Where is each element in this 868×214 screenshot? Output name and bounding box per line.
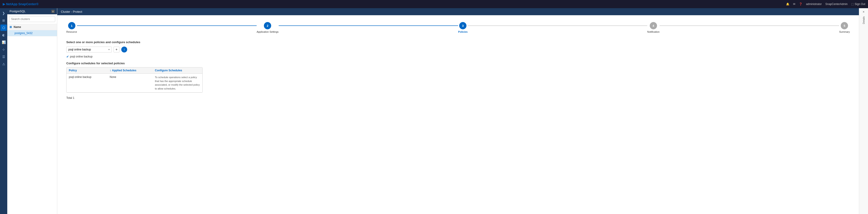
- logo-text: NetApp SnapCenter®: [6, 2, 39, 6]
- policy-select-title: Select one or more policies and configur…: [66, 40, 850, 44]
- connector-1-2: [77, 25, 257, 26]
- breadcrumb: Cluster - Protect: [57, 8, 859, 15]
- top-navigation: ▶ NetApp SnapCenter® 🔔 ✉ ❓ administrator…: [0, 0, 868, 8]
- sidebar-item-postgres[interactable]: postgres_5432: [7, 30, 57, 36]
- db-badge-button[interactable]: x: [51, 10, 55, 13]
- logo-symbol: ▶: [3, 2, 5, 6]
- wizard-step-3: 3 Policies: [458, 22, 468, 33]
- wizard-container: 1 Resource 2 Application Settings 3: [57, 15, 859, 214]
- step-label-5: Summary: [839, 30, 850, 33]
- nav-db-icon[interactable]: ⬡: [0, 25, 7, 31]
- list-header-label: Name: [13, 25, 21, 29]
- db-label: PostgreSQL: [9, 9, 26, 13]
- nav-activity-icon[interactable]: ◐: [0, 32, 7, 38]
- panel-sidebar: PostgreSQL x ⊞ Name postgres_5432: [7, 8, 57, 214]
- wizard-step-2: 2 Application Settings: [257, 22, 279, 33]
- connector-3-4: [468, 25, 647, 26]
- selected-policy-label: psql online backup: [70, 55, 92, 58]
- wizard-steps: 1 Resource 2 Application Settings 3: [66, 22, 850, 33]
- sign-out-label: Sign Out: [855, 2, 865, 6]
- step-circle-5: 5: [841, 22, 848, 29]
- main-content: Cluster - Protect 1 Resource 2 Ap: [57, 8, 859, 214]
- sign-out-icon: ⬚: [851, 2, 854, 6]
- cell-policy: psql online backup: [69, 75, 110, 79]
- nav-expand-icon[interactable]: ❯: [0, 10, 7, 17]
- policy-dropdown-wrapper: psql online backup: [66, 47, 112, 53]
- cell-applied-schedules: None: [110, 75, 155, 79]
- step-circle-4: 4: [650, 22, 657, 29]
- admin-user: SnapCenterAdmin: [825, 2, 847, 6]
- details-label[interactable]: Details: [862, 17, 865, 24]
- step-circle-3: 3: [459, 22, 466, 29]
- cell-configure-schedules: To schedule operations select a policy t…: [155, 75, 200, 90]
- col-configure-header: Configure Schedules: [155, 69, 200, 72]
- wizard-step-1: 1 Resource: [66, 22, 77, 33]
- policy-dropdown[interactable]: psql online backup: [66, 47, 112, 53]
- icon-sidebar: ❯ ⊞ ⬡ ◐ 📊 ⊹ ☰ ⚠: [0, 8, 7, 214]
- nav-settings-icon[interactable]: ☰: [0, 54, 7, 60]
- nav-topology-icon[interactable]: ⊹: [0, 47, 7, 53]
- list-icon: ⊞: [9, 25, 12, 29]
- connector-2-3: [279, 25, 458, 26]
- configure-schedules-title: Configure schedules for selected policie…: [66, 62, 850, 65]
- info-policy-button[interactable]: i: [121, 47, 127, 53]
- policy-select-row: psql online backup + i: [66, 47, 850, 53]
- right-panel: × Details: [859, 8, 868, 214]
- nav-alert-icon[interactable]: ⚠: [0, 61, 7, 67]
- notification-icon[interactable]: 🔔: [786, 2, 789, 6]
- search-box-container: [7, 14, 57, 24]
- step-label-4: Notification: [647, 30, 659, 33]
- sort-icon: ↕: [110, 69, 111, 72]
- wizard-step-5: 5 Summary: [839, 22, 850, 33]
- table-row: psql online backup None To schedule oper…: [66, 73, 203, 92]
- step-label-2: Application Settings: [257, 30, 279, 33]
- col-applied-header: ↕ Applied Schedules: [110, 69, 155, 72]
- wizard-step-4: 4 Notification: [647, 22, 659, 33]
- nav-grid-icon[interactable]: ⊞: [0, 17, 7, 24]
- add-policy-button[interactable]: +: [114, 47, 120, 53]
- policy-table: Policy ↕ Applied Schedules Configure Sch…: [66, 67, 203, 93]
- app-logo: ▶ NetApp SnapCenter®: [3, 2, 39, 6]
- nav-chart-icon[interactable]: 📊: [0, 39, 7, 45]
- step-label-1: Resource: [66, 30, 77, 33]
- help-icon[interactable]: ❓: [799, 2, 802, 6]
- sign-out-button[interactable]: ⬚ Sign Out: [851, 2, 865, 6]
- sidebar-header: PostgreSQL x: [7, 8, 57, 14]
- close-right-panel-button[interactable]: ×: [863, 10, 864, 13]
- connector-4-5: [659, 25, 839, 26]
- sidebar-list-header: ⊞ Name: [7, 24, 57, 30]
- col-policy-header: Policy: [69, 69, 110, 72]
- check-icon: ✔: [66, 55, 69, 58]
- breadcrumb-text: Cluster - Protect: [61, 10, 82, 13]
- mail-icon[interactable]: ✉: [793, 2, 795, 6]
- total-count: Total 1: [66, 96, 850, 99]
- step-circle-1: 1: [68, 22, 75, 29]
- step-circle-2: 2: [264, 22, 271, 29]
- table-header: Policy ↕ Applied Schedules Configure Sch…: [66, 67, 203, 73]
- policy-chip: ✔ psql online backup: [66, 55, 850, 58]
- user-name: administrator: [806, 2, 822, 6]
- step-label-3: Policies: [458, 30, 468, 33]
- search-input[interactable]: [9, 16, 55, 22]
